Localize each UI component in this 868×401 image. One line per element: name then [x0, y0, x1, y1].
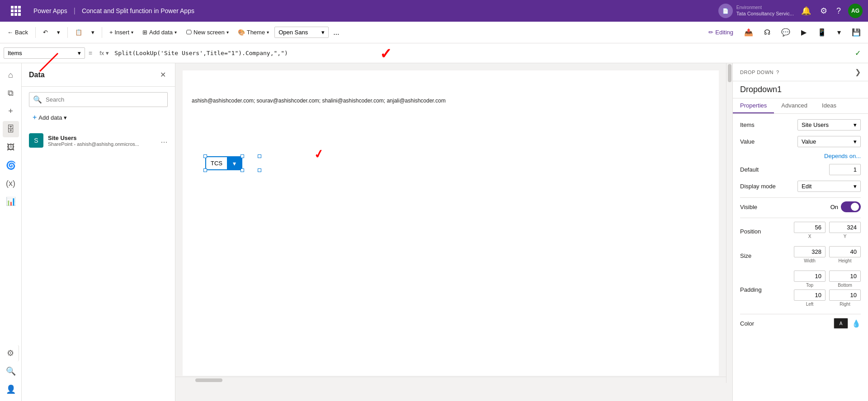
- phone-icon[interactable]: ☊: [760, 26, 774, 38]
- position-x-input[interactable]: [794, 222, 826, 233]
- color-swatch[interactable]: A: [834, 318, 848, 329]
- help-icon[interactable]: ?: [776, 70, 779, 75]
- value-label: Value: [740, 138, 781, 145]
- color-eyedropper-icon[interactable]: 💧: [852, 319, 861, 328]
- size-width-input[interactable]: [794, 246, 826, 257]
- new-screen-button[interactable]: 🖵 New screen ▾: [182, 27, 232, 37]
- dropdown-widget[interactable]: TCS ▾: [205, 156, 242, 170]
- copy-button[interactable]: 📋: [71, 27, 86, 37]
- sidebar-components-icon[interactable]: ⧉: [3, 85, 19, 101]
- fx-button[interactable]: fx ▾: [96, 50, 113, 56]
- sidebar-powerautomate-icon[interactable]: 🌀: [3, 157, 19, 173]
- environment-label: Environment: [736, 5, 794, 10]
- vertical-scrollbar[interactable]: [726, 63, 732, 383]
- search-input[interactable]: [46, 96, 164, 103]
- back-button[interactable]: ← Back: [4, 27, 32, 37]
- search-icon: 🔍: [33, 95, 42, 104]
- size-height-input[interactable]: [829, 246, 861, 257]
- padding-left-input[interactable]: [794, 289, 826, 301]
- position-x-group: X: [794, 222, 826, 239]
- display-mode-dropdown[interactable]: Edit ▾: [797, 181, 861, 192]
- expand-panel-button[interactable]: ❯: [855, 68, 861, 76]
- insert-button[interactable]: + Insert ▾: [106, 27, 137, 37]
- dropdown-toggle-button[interactable]: ▾: [227, 157, 241, 169]
- save-icon[interactable]: 💾: [848, 26, 864, 38]
- visible-on-label: On: [830, 204, 838, 210]
- help-icon[interactable]: ?: [835, 5, 843, 18]
- sidebar-insert-icon[interactable]: +: [3, 103, 19, 119]
- value-dropdown[interactable]: Value ▾: [797, 136, 861, 147]
- sidebar-account-icon[interactable]: 👤: [3, 381, 19, 397]
- notification-icon[interactable]: 🔔: [799, 4, 813, 18]
- sidebar-search-icon[interactable]: 🔍: [3, 363, 19, 379]
- waffle-menu-icon[interactable]: [5, 0, 26, 22]
- divider-1: [35, 27, 36, 38]
- default-input[interactable]: [829, 164, 861, 175]
- sidebar-media-icon[interactable]: 🖼: [3, 139, 19, 155]
- tab-properties[interactable]: Properties: [733, 98, 774, 113]
- data-source-more-button[interactable]: …: [160, 136, 168, 145]
- resize-handle-bc[interactable]: [258, 168, 261, 172]
- property-dropdown[interactable]: Items ▾: [4, 47, 85, 59]
- formula-accept-button[interactable]: ✓: [851, 47, 864, 59]
- app-name: Power Apps: [33, 7, 67, 14]
- horizontal-scrollbar[interactable]: [175, 377, 726, 383]
- data-panel-close-button[interactable]: ✕: [158, 69, 168, 81]
- settings-icon[interactable]: ⚙: [818, 4, 829, 18]
- size-row: Size Width Height: [740, 246, 861, 265]
- more-options-button[interactable]: ...: [330, 27, 342, 38]
- tablet-icon[interactable]: 📱: [814, 26, 830, 38]
- canvas-area: ashish@ashishcoder.com; sourav@ashishcod…: [175, 63, 732, 401]
- comment-icon[interactable]: 💬: [778, 26, 794, 38]
- padding-top-input[interactable]: [794, 270, 826, 282]
- position-y-input[interactable]: [829, 222, 861, 233]
- data-source-item[interactable]: S Site Users SharePoint - ashish@ashishg…: [22, 130, 175, 151]
- resize-handle-tl[interactable]: [203, 154, 207, 158]
- undo-dropdown-button[interactable]: ▾: [53, 27, 64, 37]
- toolbar-chevron-icon[interactable]: ▾: [834, 26, 844, 38]
- resize-handle-tr[interactable]: [241, 154, 244, 158]
- canvas-surface[interactable]: ashish@ashishcoder.com; sourav@ashishcod…: [183, 70, 719, 376]
- formula-input[interactable]: [113, 48, 851, 58]
- title-separator: |: [74, 7, 75, 15]
- depends-on-link[interactable]: Depends on...: [740, 153, 861, 159]
- position-row: Position X Y: [740, 222, 861, 241]
- divider-2: [67, 27, 68, 38]
- tab-ideas[interactable]: Ideas: [815, 98, 844, 113]
- add-data-label: Add data: [149, 29, 173, 36]
- sidebar-home-icon[interactable]: ⌂: [3, 67, 19, 83]
- resize-handle-br[interactable]: [241, 168, 244, 172]
- toolbar: ← Back ↶ ▾ 📋 ▾ + Insert ▾ ⊞ Add data ▾ 🖵…: [0, 22, 868, 43]
- sidebar-data-icon[interactable]: 🗄: [3, 121, 19, 137]
- sidebar-variable-icon[interactable]: (x): [3, 175, 19, 191]
- pencil-icon: ✏: [708, 29, 713, 36]
- padding-bottom-input[interactable]: [829, 270, 861, 282]
- undo-button[interactable]: ↶: [39, 27, 52, 37]
- padding-top-label: Top: [794, 283, 826, 288]
- play-icon[interactable]: ▶: [797, 26, 810, 38]
- default-label: Default: [740, 166, 781, 173]
- theme-button[interactable]: 🎨 Theme ▾: [234, 27, 273, 37]
- sidebar-settings-icon[interactable]: ⚙: [3, 345, 19, 361]
- vertical-scroll-thumb[interactable]: [728, 64, 731, 82]
- padding-right-input[interactable]: [829, 289, 861, 301]
- user-avatar[interactable]: AG: [848, 4, 863, 18]
- font-family-dropdown[interactable]: Open Sans ▾: [274, 27, 329, 38]
- display-mode-row: Display mode Edit ▾: [740, 181, 861, 192]
- data-source-info: Site Users SharePoint - ashish@ashishg.o…: [48, 135, 156, 147]
- tab-advanced[interactable]: Advanced: [774, 98, 815, 113]
- visible-toggle[interactable]: [841, 201, 861, 212]
- padding-left-label: Left: [794, 302, 826, 307]
- items-dropdown[interactable]: Site Users ▾: [797, 119, 861, 131]
- add-data-button[interactable]: ⊞ Add data ▾: [139, 27, 180, 37]
- share-icon[interactable]: 📤: [741, 26, 757, 38]
- editing-button[interactable]: ✏ Editing: [705, 27, 737, 37]
- add-data-button[interactable]: + Add data ▾: [29, 111, 168, 124]
- data-source-name: Site Users: [48, 135, 156, 141]
- resize-handle-bl[interactable]: [203, 168, 207, 172]
- horizontal-scroll-thumb[interactable]: [195, 378, 222, 382]
- data-panel: Data ✕ 🔍 + Add data ▾ S Site Users Share…: [22, 63, 175, 401]
- sidebar-analytics-icon[interactable]: 📊: [3, 193, 19, 210]
- resize-handle-tc[interactable]: [258, 154, 261, 158]
- copy-dropdown-button[interactable]: ▾: [88, 27, 98, 37]
